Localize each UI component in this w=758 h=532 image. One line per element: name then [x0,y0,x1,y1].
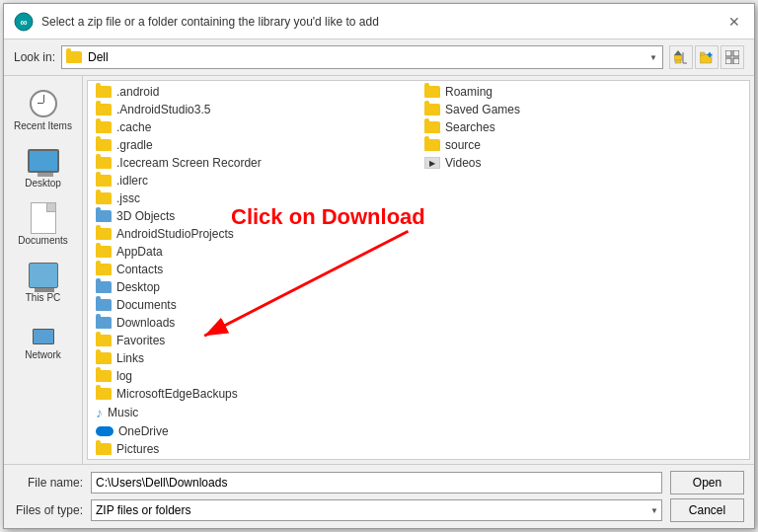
list-item[interactable]: .jssc [90,190,418,207]
list-item[interactable]: AndroidStudioProjects [90,225,418,243]
list-item[interactable]: Links [90,349,418,367]
sidebar-item-recent-label: Recent Items [14,120,72,132]
file-item-name: .android [116,85,159,99]
list-item[interactable]: .AndroidStudio3.5 [90,101,418,118]
list-item[interactable]: OneDrive [90,422,418,440]
svg-rect-3 [674,55,682,60]
list-item[interactable]: Documents [90,296,418,314]
file-item-name: Contacts [116,263,163,276]
sidebar-item-network-label: Network [25,349,61,361]
toolbar: Look in: Dell [4,39,754,76]
list-item[interactable]: Searches [418,118,747,136]
sidebar-item-thispc-label: This PC [26,292,61,304]
list-item[interactable] [418,296,747,314]
sidebar-item-desktop[interactable]: Desktop [8,141,79,194]
sidebar-item-recent[interactable]: Recent Items [8,84,79,137]
list-item[interactable] [418,207,747,225]
toolbar-buttons [669,45,744,69]
list-item[interactable] [418,190,747,207]
list-item[interactable]: Pictures [90,440,418,458]
file-item-name: 3D Objects [116,209,175,223]
list-item[interactable]: .idlerc [90,172,418,190]
filetype-select[interactable]: ZIP files or folders [91,499,662,521]
list-item[interactable]: log [90,367,418,385]
sidebar-item-network[interactable]: Network [8,313,79,366]
filename-input[interactable] [91,472,662,494]
list-item[interactable] [418,172,747,190]
list-item[interactable] [418,349,747,367]
file-item-name: Documents [116,298,177,312]
list-item[interactable]: 3D Objects [90,207,418,225]
look-in-label: Look in: [14,50,55,64]
file-item-name: Searches [445,120,495,134]
file-item-name: Music [108,406,138,419]
list-item[interactable] [418,385,747,403]
list-item[interactable] [418,243,747,261]
list-item[interactable]: source [418,136,747,154]
list-item[interactable] [418,278,747,296]
list-item[interactable] [418,314,747,332]
file-list-container[interactable]: .androidRoaming.AndroidStudio3.5Saved Ga… [87,80,750,460]
file-item-name: Downloads [116,316,175,330]
svg-rect-13 [725,58,731,64]
file-item-name: .AndroidStudio3.5 [116,103,210,116]
file-item-name: Desktop [116,280,160,294]
list-item[interactable] [418,261,747,278]
filetype-row: Files of type: ZIP files or folders Canc… [14,498,744,522]
list-item[interactable] [418,367,747,385]
documents-icon [26,203,61,233]
list-item[interactable]: Favorites [90,332,418,349]
list-item[interactable]: .gradle [90,136,418,154]
recent-icon [26,89,61,118]
file-item-name: MicrosoftEdgeBackups [116,387,238,401]
file-item-name: Links [116,351,144,365]
svg-rect-8 [700,52,705,55]
file-item-name: OneDrive [118,424,169,438]
view-button[interactable] [720,45,744,69]
dialog: ∞ Select a zip file or a folder containi… [3,3,755,529]
list-item[interactable]: AppData [90,243,418,261]
list-item[interactable]: Desktop [90,278,418,296]
list-item[interactable]: Roaming [418,83,747,101]
arduino-icon: ∞ [14,12,34,32]
desktop-icon [26,146,61,176]
filetype-select-wrapper: ZIP files or folders [91,499,662,521]
list-item[interactable]: ▶Videos [418,154,747,172]
folder-icon [66,51,82,63]
look-in-wrapper: Dell [61,45,663,69]
open-button[interactable]: Open [670,471,744,494]
close-button[interactable]: ✕ [724,12,744,32]
list-item[interactable] [418,440,747,458]
list-item[interactable]: MicrosoftEdgeBackups [90,385,418,403]
network-icon [26,318,61,347]
cancel-button[interactable]: Cancel [670,498,744,522]
list-item[interactable]: .Icecream Screen Recorder [90,154,418,172]
filetype-label: Files of type: [14,503,83,517]
list-item[interactable]: Saved Games [418,101,747,118]
new-folder-icon [700,50,714,64]
list-item[interactable] [418,403,747,422]
list-item[interactable]: ♪Music [90,403,418,422]
title-bar: ∞ Select a zip file or a folder containi… [4,4,754,39]
sidebar-item-documents[interactable]: Documents [8,198,79,252]
list-item[interactable] [418,422,747,440]
file-item-name: .jssc [116,191,140,205]
list-item[interactable]: Downloads [90,314,418,332]
up-button[interactable] [669,45,693,69]
file-list: .androidRoaming.AndroidStudio3.5Saved Ga… [88,81,749,460]
file-item-name: AppData [116,245,163,259]
title-bar-left: ∞ Select a zip file or a folder containi… [14,12,379,32]
look-in-select[interactable]: Dell [61,45,663,69]
new-folder-button[interactable] [695,45,719,69]
file-item-name: Roaming [445,85,493,99]
file-item-name: .gradle [116,138,153,152]
list-item[interactable]: .android [90,83,418,101]
sidebar-item-thispc[interactable]: This PC [8,256,79,309]
svg-text:∞: ∞ [20,17,27,28]
list-item[interactable]: .cache [90,118,418,136]
look-in-value: Dell [88,50,109,64]
list-item[interactable] [418,225,747,243]
look-in-select-inner: Dell [66,50,109,64]
list-item[interactable]: Contacts [90,261,418,278]
list-item[interactable] [418,332,747,349]
